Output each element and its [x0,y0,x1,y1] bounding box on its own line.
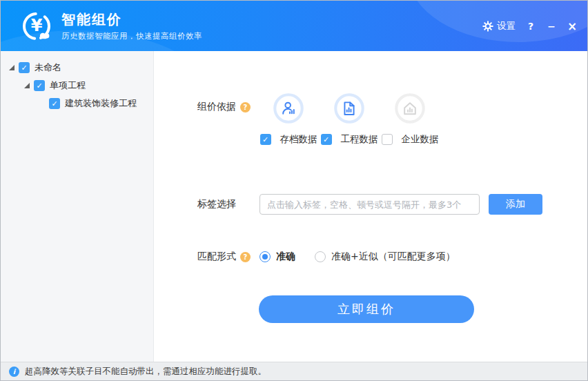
basis-section: 组价依据 ? ✓ [154,92,587,146]
enterprise-data-checkbox[interactable] [382,134,393,145]
tag-input[interactable] [259,194,480,215]
app-title: 智能组价 [61,11,202,28]
archive-data-checkbox[interactable]: ✓ [260,134,271,145]
tags-section: 标签选择 添加 [154,194,587,215]
tree-item-project[interactable]: ✓ 未命名 [1,59,153,77]
person-chart-icon [273,92,304,124]
document-chart-icon [333,92,365,124]
gear-icon [482,21,493,32]
tree-item-single-project[interactable]: ✓ 单项工程 [1,77,153,95]
tree-checkbox[interactable]: ✓ [49,98,60,109]
close-button[interactable]: × [567,21,578,32]
app-subtitle: 历史数据智能应用，快速提高组价效率 [61,31,202,41]
tree-checkbox[interactable]: ✓ [19,62,30,73]
radio-icon[interactable] [315,251,326,262]
building-chart-icon [394,92,426,124]
pricing-form: 组价依据 ? ✓ [154,51,587,363]
basis-option-archive: ✓ 存档数据 [259,92,317,146]
expander-icon[interactable] [24,83,30,88]
radio-option-exact[interactable]: 准确 [259,251,295,263]
basis-option-project: ✓ 工程数据 [320,92,378,146]
minimize-button[interactable]: − [546,21,557,32]
settings-button[interactable]: 设置 [482,20,516,32]
project-data-checkbox[interactable]: ✓ [321,134,332,145]
app-logo-icon: ¥ [20,10,53,43]
enterprise-data-label: 企业数据 [402,133,439,146]
help-button[interactable]: ? [525,21,536,32]
match-section: 匹配形式 ? 准确 准确+近似（可匹配更多项） [154,251,587,263]
radio-icon[interactable] [259,251,271,262]
tree-item-label: 未命名 [35,61,61,74]
project-data-label: 工程数据 [341,133,378,146]
basis-option-enterprise: 企业数据 [381,92,439,146]
info-icon: i [9,367,19,377]
add-tag-button[interactable]: 添加 [489,194,542,215]
settings-label: 设置 [497,20,516,32]
basis-help-icon[interactable]: ? [240,102,251,113]
tree-item-decoration-project[interactable]: ✓ 建筑装饰装修工程 [1,95,153,113]
expander-icon[interactable] [9,65,14,70]
status-message: 超高降效等关联子目不能自动带出，需通过相应功能进行提取。 [25,366,266,378]
status-bar: i 超高降效等关联子目不能自动带出，需通过相应功能进行提取。 [1,362,587,380]
start-pricing-button[interactable]: 立即组价 [259,295,474,323]
svg-text:¥: ¥ [31,16,43,35]
radio-label-exact: 准确 [276,251,295,263]
radio-label-approximate: 准确+近似（可匹配更多项） [331,251,455,263]
match-label: 匹配形式 [197,251,236,263]
match-help-icon[interactable]: ? [240,252,251,262]
tree-checkbox[interactable]: ✓ [34,80,45,91]
tree-item-label: 单项工程 [50,79,86,92]
archive-data-label: 存档数据 [280,133,317,146]
project-tree-panel: ✓ 未命名 ✓ 单项工程 ✓ 建筑装饰装修工程 [1,51,154,363]
tree-item-label: 建筑装饰装修工程 [65,97,137,110]
title-bar: ¥ 智能组价 历史数据智能应用，快速提高组价效率 设置 ? − × [1,1,587,51]
basis-label: 组价依据 [197,101,236,113]
tags-label: 标签选择 [197,198,236,211]
radio-option-approximate[interactable]: 准确+近似（可匹配更多项） [315,251,455,263]
